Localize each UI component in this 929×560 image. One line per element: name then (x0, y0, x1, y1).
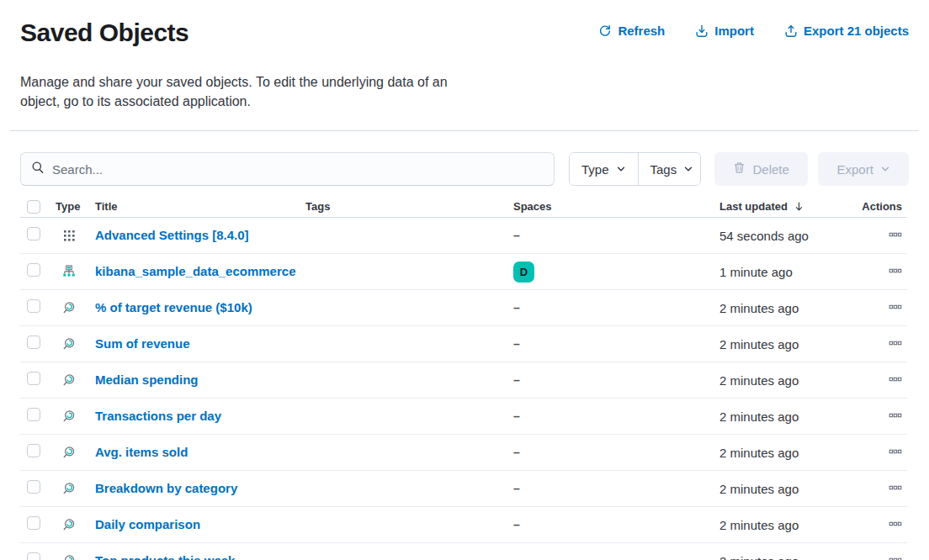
delete-button[interactable]: Delete (714, 152, 808, 186)
tags-filter-button[interactable]: Tags (638, 153, 701, 185)
table-row: % of target revenue ($10k) – 2 minutes a… (20, 290, 907, 326)
boxes-horizontal-icon (889, 481, 902, 497)
saved-object-title-link[interactable]: Top products this week (95, 553, 235, 560)
saved-objects-page: Saved Objects Refresh Import Export 21 o… (0, 0, 929, 560)
lens-icon (62, 518, 95, 531)
last-updated-cell: 2 minutes ago (719, 446, 858, 460)
row-select-cell (20, 408, 56, 425)
lens-icon (62, 482, 95, 495)
last-updated-cell: 2 minutes ago (719, 373, 858, 388)
row-checkbox[interactable] (27, 444, 40, 457)
lens-icon (62, 446, 95, 459)
search-box (20, 152, 555, 186)
row-checkbox[interactable] (27, 335, 40, 349)
header-actions: Refresh Import Export 21 objects (598, 24, 909, 38)
page-description: Manage and share your saved objects. To … (0, 72, 484, 111)
column-header-last-updated[interactable]: Last updated (719, 200, 858, 213)
row-checkbox[interactable] (27, 299, 40, 313)
type-icon-cell (56, 301, 95, 314)
refresh-button[interactable]: Refresh (598, 24, 665, 38)
search-input[interactable] (52, 162, 544, 177)
saved-object-title-link[interactable]: Advanced Settings [8.4.0] (95, 228, 249, 242)
empty-value-dash: – (513, 554, 520, 560)
saved-object-title-link[interactable]: % of target revenue ($10k) (95, 300, 252, 314)
last-updated-cell: 1 minute ago (719, 265, 858, 279)
lens-icon (62, 554, 95, 560)
lens-icon (62, 409, 95, 423)
last-updated-cell: 2 minutes ago (719, 409, 858, 424)
empty-value-dash: – (513, 301, 520, 314)
export-all-button[interactable]: Export 21 objects (784, 24, 909, 38)
export-all-label: Export 21 objects (804, 24, 909, 38)
saved-object-title-link[interactable]: Daily comparison (95, 517, 200, 531)
boxes-horizontal-icon (889, 517, 902, 533)
saved-object-title-link[interactable]: kibana_sample_data_ecommerce (95, 264, 295, 278)
column-header-type: Type (56, 200, 95, 213)
actions-menu-button[interactable] (884, 261, 907, 283)
spaces-cell: – (513, 481, 719, 496)
search-icon (31, 161, 45, 177)
actions-menu-button[interactable] (884, 514, 907, 536)
empty-value-dash: – (513, 518, 520, 531)
settings-icon (62, 229, 95, 242)
row-checkbox[interactable] (27, 516, 40, 530)
actions-menu-button[interactable] (884, 333, 907, 356)
row-checkbox[interactable] (27, 408, 40, 421)
row-checkbox[interactable] (27, 372, 40, 385)
export-selected-button[interactable]: Export (818, 152, 909, 186)
type-icon-cell (56, 337, 95, 351)
select-all-checkbox[interactable] (27, 200, 40, 214)
actions-menu-button[interactable] (884, 297, 907, 320)
boxes-horizontal-icon (889, 372, 902, 388)
actions-cell (858, 478, 907, 500)
index-pattern-icon (62, 265, 95, 278)
chevron-down-icon (880, 162, 890, 177)
row-select-cell (20, 227, 56, 244)
title-cell: Advanced Settings [8.4.0] (95, 228, 305, 243)
import-label: Import (714, 24, 754, 38)
table-body: Advanced Settings [8.4.0] – 54 seconds a… (20, 218, 907, 560)
actions-menu-button[interactable] (884, 550, 907, 560)
last-updated-label: Last updated (719, 200, 788, 213)
row-checkbox[interactable] (27, 263, 40, 277)
spaces-cell: – (513, 228, 719, 243)
row-select-cell (20, 263, 56, 280)
boxes-horizontal-icon (889, 336, 902, 352)
lens-icon (62, 373, 95, 387)
actions-menu-button[interactable] (884, 441, 907, 464)
boxes-horizontal-icon (889, 553, 902, 560)
saved-object-title-link[interactable]: Sum of revenue (95, 336, 190, 351)
lens-icon (62, 337, 95, 351)
saved-object-title-link[interactable]: Avg. items sold (95, 445, 188, 459)
table-row: Daily comparison – 2 minutes ago (20, 507, 907, 543)
last-updated-cell: 2 minutes ago (719, 301, 858, 315)
saved-object-title-link[interactable]: Median spending (95, 372, 199, 387)
spaces-cell: – (513, 517, 719, 532)
import-button[interactable]: Import (695, 24, 754, 38)
saved-object-title-link[interactable]: Transactions per day (95, 409, 221, 423)
actions-menu-button[interactable] (884, 369, 907, 392)
title-cell: Median spending (95, 372, 305, 388)
export-selected-label: Export (837, 162, 873, 177)
type-icon-cell (56, 518, 95, 531)
boxes-horizontal-icon (889, 228, 902, 244)
actions-menu-button[interactable] (884, 225, 907, 247)
row-checkbox[interactable] (27, 480, 40, 494)
title-cell: Daily comparison (95, 517, 305, 532)
row-checkbox[interactable] (27, 227, 40, 240)
import-icon (695, 24, 709, 38)
table-header-row: Type Title Tags Spaces Last updated Acti… (20, 196, 907, 218)
actions-menu-button[interactable] (884, 478, 907, 500)
type-filter-button[interactable]: Type (570, 153, 638, 185)
table-row: Breakdown by category – 2 minutes ago (20, 471, 907, 507)
row-checkbox[interactable] (27, 552, 40, 560)
row-select-cell (20, 552, 56, 560)
last-updated-cell: 2 minutes ago (719, 337, 858, 351)
column-header-title: Title (95, 200, 305, 213)
actions-menu-button[interactable] (884, 405, 907, 428)
chevron-down-icon (616, 162, 626, 177)
title-cell: Top products this week (95, 553, 305, 560)
saved-object-title-link[interactable]: Breakdown by category (95, 481, 237, 495)
last-updated-cell: 2 minutes ago (719, 554, 858, 560)
delete-label: Delete (752, 162, 788, 177)
